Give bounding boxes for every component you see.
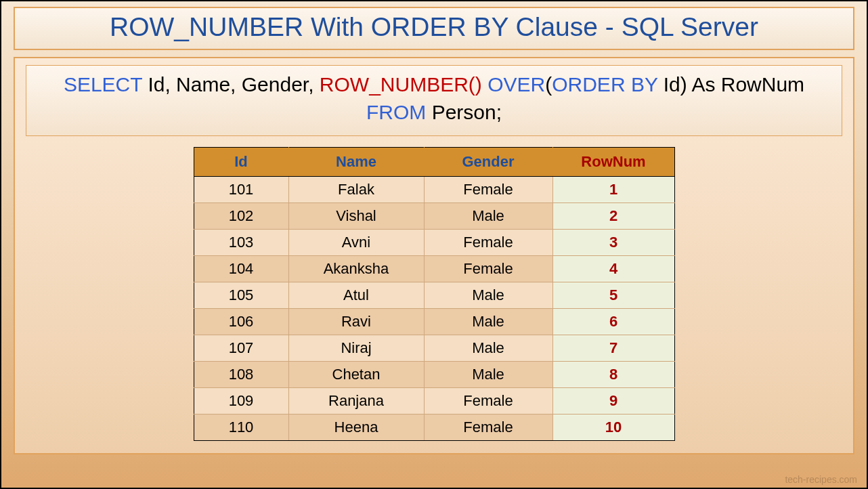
cell-id: 109 — [194, 388, 288, 414]
col-rownum: RowNum — [552, 148, 674, 177]
table-row: 109RanjanaFemale9 — [194, 388, 674, 414]
cell-rownum: 7 — [552, 335, 674, 362]
cell-gender: Male — [424, 362, 552, 388]
cell-gender: Male — [424, 282, 552, 309]
cell-name: Avni — [288, 230, 424, 256]
cell-id: 105 — [194, 282, 288, 309]
cell-rownum: 9 — [552, 388, 674, 414]
cell-id: 107 — [194, 335, 288, 362]
cell-gender: Female — [424, 256, 552, 282]
result-table: Id Name Gender RowNum 101FalakFemale1102… — [194, 147, 675, 441]
cell-id: 108 — [194, 362, 288, 388]
cell-name: Vishal — [288, 203, 424, 230]
cell-id: 110 — [194, 414, 288, 441]
cell-rownum: 5 — [552, 282, 674, 309]
table-row: 105AtulMale5 — [194, 282, 674, 309]
orderby-col: Id — [657, 73, 680, 95]
cell-id: 104 — [194, 256, 288, 282]
cell-rownum: 1 — [552, 177, 674, 203]
cell-name: Falak — [288, 177, 424, 203]
cell-name: Heena — [288, 414, 424, 441]
cell-name: Atul — [288, 282, 424, 309]
cell-rownum: 2 — [552, 203, 674, 230]
kw-from: FROM — [366, 101, 426, 123]
cell-gender: Female — [424, 388, 552, 414]
table-row: 108ChetanMale8 — [194, 362, 674, 388]
cell-rownum: 6 — [552, 309, 674, 335]
cell-name: Ranjana — [288, 388, 424, 414]
sql-query: SELECT Id, Name, Gender, ROW_NUMBER() OV… — [26, 65, 842, 136]
col-gender: Gender — [424, 148, 552, 177]
query-columns: Id, Name, Gender, — [142, 73, 320, 95]
cell-name: Ravi — [288, 309, 424, 335]
cell-id: 106 — [194, 309, 288, 335]
cell-name: Akanksha — [288, 256, 424, 282]
cell-gender: Female — [424, 230, 552, 256]
col-name: Name — [288, 148, 424, 177]
watermark: tech-recipes.com — [785, 474, 857, 485]
cell-gender: Male — [424, 309, 552, 335]
col-id: Id — [194, 148, 288, 177]
cell-gender: Male — [424, 203, 552, 230]
cell-gender: Female — [424, 177, 552, 203]
paren-close: ) — [680, 73, 687, 95]
cell-rownum: 8 — [552, 362, 674, 388]
cell-id: 102 — [194, 203, 288, 230]
table-row: 110HeenaFemale10 — [194, 414, 674, 441]
cell-gender: Male — [424, 335, 552, 362]
kw-rownumber: ROW_NUMBER() — [320, 73, 482, 95]
from-table: Person; — [426, 101, 502, 123]
content-panel: SELECT Id, Name, Gender, ROW_NUMBER() OV… — [14, 57, 854, 454]
alias: As RowNum — [687, 73, 804, 95]
page-title: ROW_NUMBER With ORDER BY Clause - SQL Se… — [110, 12, 758, 41]
cell-name: Chetan — [288, 362, 424, 388]
cell-name: Niraj — [288, 335, 424, 362]
paren-open: ( — [545, 73, 552, 95]
table-row: 101FalakFemale1 — [194, 177, 674, 203]
cell-id: 101 — [194, 177, 288, 203]
kw-over: OVER — [482, 73, 545, 95]
cell-rownum: 10 — [552, 414, 674, 441]
title-panel: ROW_NUMBER With ORDER BY Clause - SQL Se… — [14, 7, 854, 50]
kw-orderby: ORDER BY — [552, 73, 657, 95]
table-row: 106RaviMale6 — [194, 309, 674, 335]
cell-rownum: 4 — [552, 256, 674, 282]
cell-rownum: 3 — [552, 230, 674, 256]
table-row: 104AkankshaFemale4 — [194, 256, 674, 282]
table-row: 102VishalMale2 — [194, 203, 674, 230]
cell-id: 103 — [194, 230, 288, 256]
cell-gender: Female — [424, 414, 552, 441]
table-row: 103AvniFemale3 — [194, 230, 674, 256]
kw-select: SELECT — [64, 73, 142, 95]
table-row: 107NirajMale7 — [194, 335, 674, 362]
